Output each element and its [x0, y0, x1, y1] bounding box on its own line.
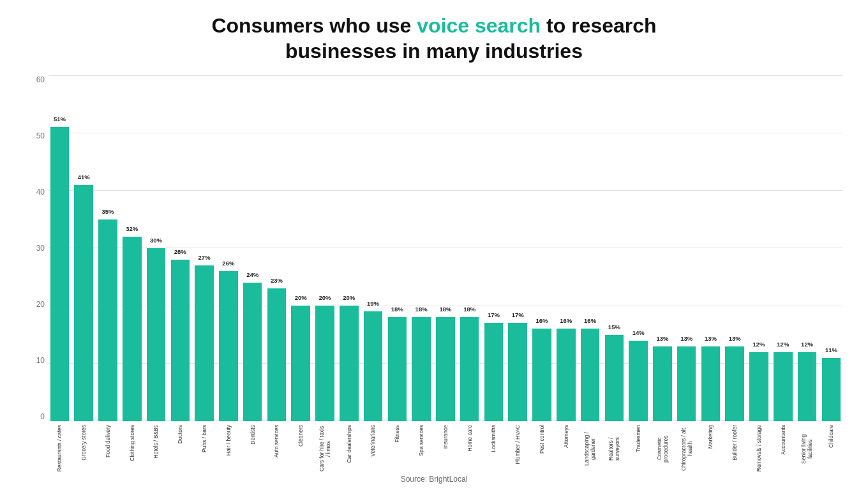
x-label-item: Removals / storage	[748, 425, 770, 471]
x-label-item: Marketing	[700, 425, 722, 449]
bar-value-label: 12%	[753, 341, 765, 348]
bar-group: 18%	[458, 75, 481, 421]
bar: 16%	[532, 329, 551, 421]
x-label-item: Plumber / HVAC	[507, 425, 529, 464]
x-label-text: Grocery stores	[80, 425, 87, 461]
x-label-text: Doctors	[177, 425, 183, 443]
x-label-text: Removals / storage	[756, 425, 762, 471]
bar: 27%	[195, 265, 214, 421]
bar-value-label: 30%	[150, 237, 162, 244]
x-label-text: Marketing	[707, 425, 714, 449]
bar: 14%	[629, 341, 648, 421]
bar: 28%	[171, 260, 190, 421]
x-label-text: Tradesmen	[635, 425, 641, 452]
bar: 23%	[267, 288, 287, 421]
y-axis-label: 20	[36, 300, 49, 309]
bar: 12%	[749, 352, 768, 421]
bar-group: 18%	[386, 75, 408, 421]
bar-group: 16%	[555, 75, 577, 421]
x-label-text: Landscaping / gardener	[583, 425, 596, 473]
x-label-text: Cars for hire / taxis / limos	[318, 425, 331, 473]
title-highlight: voice search	[417, 14, 541, 37]
bar: 13%	[701, 346, 721, 421]
x-label-item: Attorneys	[555, 425, 577, 448]
source-label: Source: BrightLocal	[401, 475, 468, 484]
x-label-item: Clothing stores	[121, 425, 143, 461]
bar-group: 30%	[145, 75, 167, 421]
x-label-item: Senior living facilities	[796, 425, 818, 473]
bar: 20%	[291, 306, 310, 421]
title-part3: businesses in many industries	[285, 40, 583, 63]
bar: 18%	[412, 317, 431, 421]
x-label-item: Home care	[458, 425, 481, 452]
bars-container: 51%41%35%32%30%28%27%26%24%23%20%20%20%1…	[49, 75, 842, 421]
x-label-item: Chiropractors / alt. health	[675, 425, 698, 473]
bar-value-label: 26%	[222, 260, 234, 267]
bar-value-label: 17%	[512, 311, 524, 318]
bar-group: 12%	[748, 75, 770, 421]
x-label-item: Restaurants / cafes	[49, 425, 71, 471]
bar-group: 28%	[169, 75, 191, 421]
bar: 17%	[484, 323, 504, 421]
x-label-text: Food delivery	[105, 425, 111, 457]
x-label-item: Locksmiths	[483, 425, 505, 452]
x-label-item: Doctors	[169, 425, 191, 443]
bar-value-label: 24%	[246, 271, 258, 278]
bar-value-label: 19%	[367, 300, 379, 307]
x-label-item: Pest control	[531, 425, 553, 454]
x-labels: Restaurants / cafesGrocery storesFood de…	[49, 421, 842, 472]
x-label-text: Insurance	[442, 425, 449, 449]
x-label-text: Chiropractors / alt. health	[680, 425, 693, 473]
bar-value-label: 20%	[343, 294, 355, 301]
bar: 24%	[243, 283, 262, 421]
bar: 30%	[147, 248, 166, 421]
bar-value-label: 28%	[174, 248, 186, 255]
y-axis-label: 60	[36, 75, 49, 84]
bar-value-label: 13%	[729, 335, 741, 342]
x-label-item: Veterinarians	[362, 425, 384, 457]
bar-value-label: 51%	[54, 115, 66, 122]
x-label-item: Landscaping / gardener	[579, 425, 601, 473]
bar-value-label: 14%	[632, 329, 645, 336]
main-container: Consumers who use voice search to resear…	[0, 0, 868, 490]
bar-group: 16%	[579, 75, 601, 421]
bar-group: 18%	[410, 75, 433, 421]
x-label-text: Locksmiths	[490, 425, 497, 452]
bar: 19%	[364, 311, 383, 421]
x-label-item: Fitness	[386, 425, 408, 442]
bar-value-label: 18%	[391, 306, 403, 313]
x-label-item: Food delivery	[97, 425, 119, 457]
bar: 41%	[74, 185, 93, 421]
x-label-text: Fitness	[394, 425, 400, 442]
x-label-item: Cars for hire / taxis / limos	[314, 425, 336, 473]
chart-inner: 51%41%35%32%30%28%27%26%24%23%20%20%20%1…	[49, 75, 842, 472]
bar: 16%	[581, 329, 600, 421]
x-label-text: Plumber / HVAC	[514, 425, 521, 464]
bar-group: 12%	[796, 75, 818, 421]
y-axis-label: 40	[36, 188, 49, 197]
x-label-text: Cleaners	[297, 425, 304, 447]
x-label-text: Home care	[467, 425, 473, 452]
y-axis-label: 30	[36, 244, 49, 253]
x-label-text: Pest control	[539, 425, 545, 454]
bar: 13%	[725, 346, 744, 421]
bar-value-label: 20%	[295, 294, 307, 301]
x-label-text: Dentists	[250, 425, 256, 445]
title-part2: to research	[541, 14, 656, 37]
x-label-text: Senior living facilities	[800, 425, 813, 473]
bar: 12%	[798, 352, 817, 421]
bar-group: 13%	[652, 75, 674, 421]
x-label-item: Insurance	[435, 425, 457, 449]
bar-value-label: 11%	[825, 346, 837, 353]
bar-group: 41%	[73, 75, 95, 421]
x-label-item: Accountants	[772, 425, 794, 455]
bar-group: 14%	[627, 75, 650, 421]
bar: 12%	[774, 352, 793, 421]
bar-value-label: 13%	[656, 335, 668, 342]
bar-group: 20%	[290, 75, 312, 421]
x-label-item: Childcare	[820, 425, 842, 448]
chart-title: Consumers who use voice search to resear…	[211, 13, 656, 64]
title-part1: Consumers who use	[211, 14, 417, 37]
y-axis: 6050403020100	[26, 75, 49, 472]
bar-group: 23%	[266, 75, 288, 421]
